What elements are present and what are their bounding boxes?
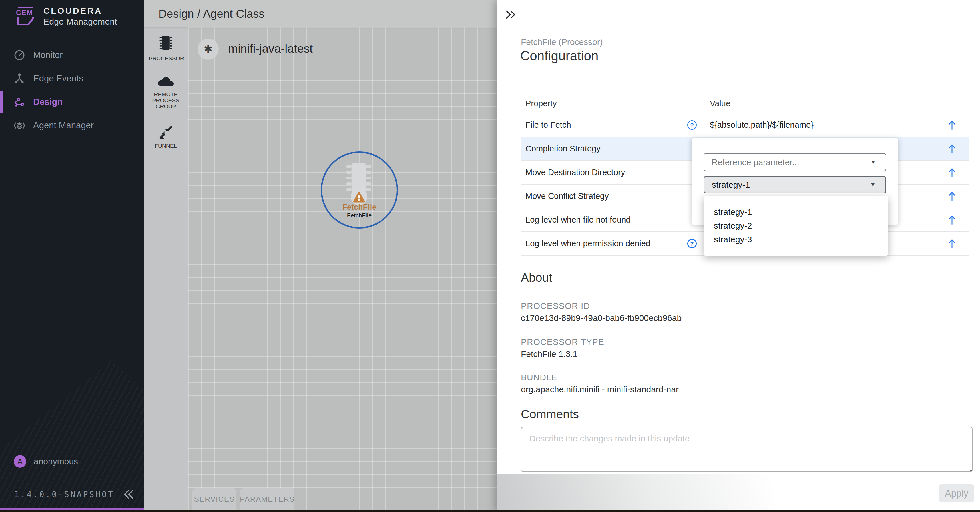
arrow-up-icon[interactable] (948, 239, 956, 249)
arrow-up-icon[interactable] (948, 167, 956, 178)
warning-icon (353, 192, 365, 203)
processor-type-value: FetchFile 1.3.1 (521, 349, 578, 359)
property-name: Completion Strategy (525, 144, 680, 154)
field-label: PROCESSOR TYPE (521, 337, 605, 347)
comments-input[interactable] (521, 427, 972, 472)
agent-manager-icon (13, 119, 26, 132)
arrow-up-icon[interactable] (948, 120, 956, 130)
component-palette: PROCESSOR REMOTE PROCESS GROUP FUNNEL (143, 27, 188, 512)
user-row[interactable]: A anonymous (14, 455, 78, 468)
palette-tool-remote-process-group[interactable]: REMOTE PROCESS GROUP (143, 75, 188, 109)
collapse-panel-icon[interactable] (505, 10, 516, 19)
option-strategy-1[interactable]: strategy-1 (703, 205, 888, 219)
palette-tool-label: REMOTE PROCESS GROUP (149, 92, 183, 109)
active-indicator (0, 90, 3, 113)
cem-badge-label: CEM (15, 8, 34, 17)
processor-id-value: c170e13d-89b9-49a0-bab6-fb900ecb96ab (521, 313, 681, 323)
palette-tool-processor[interactable]: PROCESSOR (143, 34, 188, 62)
events-icon (13, 72, 26, 85)
sidebar-item-monitor[interactable]: Monitor (0, 43, 143, 67)
sidebar-item-label: Monitor (33, 50, 63, 60)
palette-tool-label: PROCESSOR (149, 55, 183, 62)
sidebar-item-label: Design (33, 97, 63, 107)
property-name: Move Conflict Strategy (525, 192, 680, 201)
asterisk-icon: ✱ (204, 43, 212, 55)
processor-chip-icon (158, 34, 174, 52)
tab-label: PARAMETERS (240, 495, 295, 504)
window-bottom-edge (0, 510, 980, 512)
option-strategy-3[interactable]: strategy-3 (703, 233, 888, 246)
cloud-icon (156, 75, 175, 89)
user-name: anonymous (34, 457, 78, 466)
help-icon[interactable]: ? (687, 239, 697, 248)
property-name: File to Fetch (525, 120, 680, 130)
table-row[interactable]: File to Fetch ? ${absolute.path}/${filen… (521, 113, 969, 137)
column-header-value: Value (710, 99, 938, 108)
about-heading: About (521, 271, 552, 285)
funnel-icon (158, 125, 173, 140)
configuration-panel: FetchFile (Processor) Configuration Prop… (498, 0, 980, 512)
reference-parameter-select[interactable]: Reference parameter... ▼ (703, 153, 886, 171)
gauge-icon (13, 49, 26, 62)
product-name: Edge Management (43, 17, 117, 27)
brand-name: CLOUDERA (43, 6, 117, 16)
panel-title: Configuration (520, 48, 599, 63)
cem-app: CEM CLOUDERA Edge Management Monitor Edg… (0, 0, 980, 512)
sidebar-item-label: Edge Events (33, 73, 83, 84)
sidebar-item-edge-events[interactable]: Edge Events (0, 67, 143, 90)
property-value: ${absolute.path}/${filename} (710, 120, 938, 130)
tab-label: SERVICES (194, 495, 235, 504)
field-label: PROCESSOR ID (521, 301, 590, 311)
canvas-header: Design / Agent Class (143, 0, 498, 27)
help-icon[interactable]: ? (687, 120, 697, 130)
bundle-value: org.apache.nifi.minifi - minifi-standard… (521, 385, 679, 394)
palette-tool-label: FUNNEL (149, 143, 183, 149)
sidebar-item-design[interactable]: Design (0, 90, 143, 114)
sidebar-item-agent-manager[interactable]: Agent Manager (0, 114, 143, 137)
breadcrumb: Design / Agent Class (158, 8, 264, 20)
property-name: Log level when permission denied (525, 239, 680, 248)
tab-services[interactable]: SERVICES (192, 488, 236, 510)
comments-heading: Comments (521, 407, 579, 421)
chevron-down-icon: ▼ (870, 159, 876, 165)
strategy-selected-value: strategy-1 (712, 180, 750, 190)
app-version: 1.4.0.0-SNAPSHOT (14, 490, 115, 499)
arrow-up-icon[interactable] (948, 144, 956, 154)
sidebar-stripes-decoration (0, 360, 143, 510)
apply-button[interactable]: Apply (939, 484, 974, 502)
design-canvas-region: Design / Agent Class PROCESSOR REMOTE PR… (143, 0, 498, 512)
table-header: Property Value (521, 94, 969, 113)
strategy-options-popup: strategy-1 strategy-2 strategy-3 (703, 196, 888, 256)
strategy-select[interactable]: strategy-1 ▼ (703, 176, 886, 193)
collapse-sidebar-icon[interactable] (123, 489, 134, 499)
sidebar-item-label: Agent Manager (33, 120, 94, 131)
panel-context: FetchFile (Processor) (521, 37, 603, 47)
flow-title: minifi-java-latest (228, 42, 313, 55)
processor-node-type: FetchFile (321, 212, 398, 219)
processor-node-name: FetchFile (321, 203, 398, 212)
unsaved-changes-indicator: ✱ (197, 38, 219, 60)
flow-canvas[interactable]: ✱ minifi-java-latest FetchFile FetchFile… (188, 27, 498, 512)
arrow-up-icon[interactable] (948, 191, 956, 201)
chevron-down-icon: ▼ (870, 181, 876, 188)
column-header-property: Property (525, 99, 680, 108)
property-name: Move Destination Directory (525, 168, 680, 177)
tab-parameters[interactable]: PARAMETERS (240, 488, 294, 510)
sidebar-accent-bar (0, 508, 143, 510)
arrow-up-icon[interactable] (948, 215, 956, 225)
design-icon (13, 96, 26, 108)
app-logo: CEM CLOUDERA Edge Management (16, 6, 117, 27)
field-label: BUNDLE (521, 373, 557, 382)
property-name: Log level when file not found (525, 215, 680, 225)
palette-tool-funnel[interactable]: FUNNEL (143, 125, 188, 149)
cem-badge-icon: CEM (16, 6, 35, 27)
sidebar-nav: Monitor Edge Events Design Agent Manag (0, 43, 143, 137)
reference-parameter-placeholder: Reference parameter... (711, 157, 799, 167)
sidebar: CEM CLOUDERA Edge Management Monitor Edg… (0, 0, 143, 512)
panel-footer (498, 474, 980, 510)
option-strategy-2[interactable]: strategy-2 (703, 219, 888, 233)
avatar: A (14, 455, 26, 468)
